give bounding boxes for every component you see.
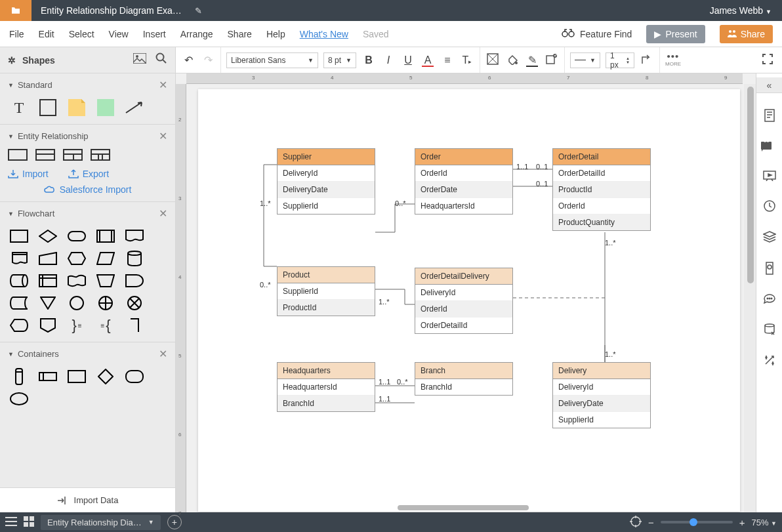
fc-paper-tape[interactable] <box>67 274 87 288</box>
close-icon[interactable]: ✕ <box>159 79 167 91</box>
entity-product[interactable]: Product SupplierId ProductId <box>277 266 375 316</box>
folder-icon[interactable] <box>0 0 31 21</box>
fc-decision[interactable] <box>38 229 58 243</box>
presentation-icon[interactable] <box>763 171 776 184</box>
comment-icon[interactable]: 99 <box>760 141 778 155</box>
grid-view-icon[interactable] <box>24 516 34 529</box>
menu-edit[interactable]: Edit <box>39 29 54 39</box>
list-view-icon[interactable] <box>5 517 17 528</box>
user-menu[interactable]: James Webb▼ <box>699 5 782 16</box>
cont-rect[interactable] <box>67 369 87 384</box>
rename-icon[interactable]: ✎ <box>195 6 202 16</box>
fc-manual-op[interactable] <box>96 274 115 288</box>
section-standard[interactable]: ▼Standard✕ <box>8 79 167 91</box>
er-entity-fields-shape[interactable] <box>35 149 55 161</box>
note-shape[interactable] <box>67 100 87 115</box>
layers-icon[interactable] <box>763 231 776 246</box>
fc-direct-data[interactable] <box>9 274 29 288</box>
entity-orderdetail[interactable]: OrderDetail OrderDetailId ProductId Orde… <box>552 148 651 231</box>
fullscreen-button[interactable] <box>762 54 773 67</box>
fc-display[interactable] <box>9 318 29 333</box>
italic-button[interactable]: I <box>381 54 396 66</box>
chat-icon[interactable] <box>764 294 775 308</box>
entity-branch[interactable]: Branch BranchId <box>415 362 513 396</box>
fc-swimlane[interactable] <box>125 318 144 333</box>
fc-connector[interactable] <box>67 296 87 310</box>
zoom-slider[interactable] <box>661 521 733 523</box>
cont-pill[interactable] <box>9 369 29 384</box>
share-button[interactable]: Share <box>720 25 773 43</box>
import-data-button[interactable]: Import Data <box>0 487 175 512</box>
entity-order[interactable]: Order OrderId OrderDate HeadquartersId <box>415 148 513 215</box>
line-width-select[interactable]: 1 px▲▼ <box>606 52 634 68</box>
menu-whatsnew[interactable]: What's New <box>300 29 348 39</box>
bold-button[interactable]: B <box>361 54 376 66</box>
cont-rect-h[interactable] <box>38 369 58 384</box>
zoom-level[interactable]: 75% ▼ <box>751 518 777 527</box>
undo-button[interactable]: ↶ <box>181 54 196 66</box>
fc-summing[interactable] <box>125 296 144 310</box>
menu-view[interactable]: View <box>109 29 129 39</box>
add-page-button[interactable]: + <box>167 515 182 529</box>
fc-brace-right[interactable]: }≡ <box>67 318 87 333</box>
fc-document[interactable] <box>125 229 144 243</box>
fc-manual-input[interactable] <box>38 251 58 266</box>
fc-or[interactable] <box>96 296 115 310</box>
entity-delivery[interactable]: Delivery DeliveryId DeliveryDate Supplie… <box>552 362 651 428</box>
canvas-area[interactable]: 3 4 5 6 7 8 9 2 3 4 5 6 7 <box>176 73 756 512</box>
text-style-button[interactable]: T▸ <box>460 54 474 66</box>
shape-options-button[interactable] <box>545 53 559 68</box>
fc-merge[interactable] <box>38 296 58 310</box>
menu-help[interactable]: Help <box>266 29 285 39</box>
border-color-button[interactable]: ✎ <box>525 54 539 66</box>
shape-fill-button[interactable] <box>485 53 500 68</box>
redo-button[interactable]: ↷ <box>201 54 215 66</box>
doc-icon[interactable] <box>764 109 775 125</box>
export-link[interactable]: Export <box>68 169 109 179</box>
section-flowchart[interactable]: ▼Flowchart✕ <box>8 207 167 220</box>
feature-find[interactable]: Feature Find <box>562 28 632 39</box>
zoom-out-button[interactable]: − <box>648 517 654 528</box>
fc-stored-data[interactable] <box>9 296 29 310</box>
magic-icon[interactable] <box>764 354 775 369</box>
close-icon[interactable]: ✕ <box>159 207 167 220</box>
align-button[interactable]: ≡ <box>440 54 455 66</box>
fc-note-right[interactable]: ≡{ <box>96 318 115 333</box>
entity-orderdetaildelivery[interactable]: OrderDetailDelivery DeliveryId OrderId O… <box>415 268 513 334</box>
gear-icon[interactable]: ✲ <box>8 55 16 66</box>
scrollbar-horizontal[interactable] <box>197 503 730 512</box>
er-entity-3col-shape[interactable] <box>91 149 110 161</box>
page-tab[interactable]: Entity Relationship Dia…▼ <box>41 515 161 530</box>
er-entity-2col-shape[interactable] <box>63 149 83 161</box>
history-icon[interactable] <box>764 200 775 215</box>
cont-circle[interactable] <box>9 392 29 406</box>
close-icon[interactable]: ✕ <box>159 130 167 142</box>
font-size-select[interactable]: 8 pt▼ <box>323 52 356 68</box>
close-icon[interactable]: ✕ <box>159 348 167 360</box>
scrollbar-vertical[interactable] <box>744 84 756 512</box>
master-icon[interactable] <box>764 262 775 278</box>
section-containers[interactable]: ▼Containers✕ <box>8 348 167 360</box>
entity-headquarters[interactable]: Headquarters HeadquartersId BranchId <box>277 362 375 412</box>
fill-bucket-button[interactable] <box>505 53 520 68</box>
image-icon[interactable] <box>133 53 146 67</box>
font-select[interactable]: Liberation Sans▼ <box>226 52 318 68</box>
fc-internal-storage[interactable] <box>38 274 58 288</box>
section-er[interactable]: ▼Entity Relationship✕ <box>8 130 167 142</box>
search-icon[interactable] <box>155 52 167 68</box>
diagram-page[interactable]: Supplier DeliveryId DeliveryDate Supplie… <box>198 89 740 512</box>
salesforce-import-link[interactable]: Salesforce Import <box>44 184 132 195</box>
text-color-button[interactable]: A <box>421 54 435 66</box>
more-button[interactable]: •••MORE <box>665 54 681 67</box>
menu-insert[interactable]: Insert <box>143 29 166 39</box>
fc-multidoc[interactable] <box>9 251 29 266</box>
menu-file[interactable]: File <box>9 29 24 39</box>
fc-database[interactable] <box>125 251 144 266</box>
data-icon[interactable] <box>764 323 775 338</box>
import-link[interactable]: Import <box>8 169 49 179</box>
cont-diamond[interactable] <box>96 369 115 384</box>
collapse-rail-button[interactable]: « <box>756 77 782 93</box>
fc-data[interactable] <box>96 251 115 266</box>
menu-arrange[interactable]: Arrange <box>180 29 213 39</box>
fc-process[interactable] <box>9 229 29 243</box>
